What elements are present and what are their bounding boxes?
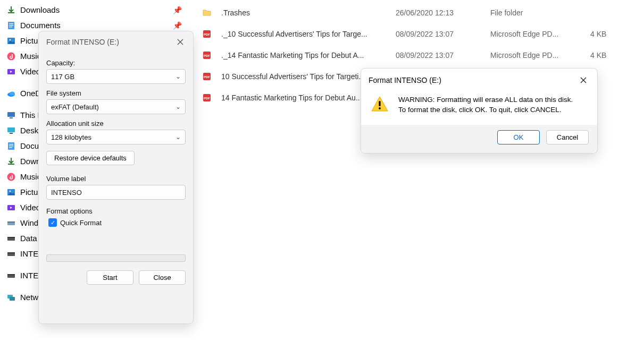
pin-icon: 📌 (173, 21, 182, 30)
svg-rect-20 (8, 164, 14, 165)
svg-rect-0 (8, 12, 14, 13)
svg-rect-18 (9, 146, 13, 146)
svg-point-23 (9, 190, 11, 192)
pdf-icon: PDF (202, 72, 212, 81)
pictures-icon (6, 36, 16, 46)
sidebar-item-downloads[interactable]: Downloads📌 (3, 2, 191, 18)
svg-rect-15 (10, 133, 13, 134)
svg-point-6 (9, 39, 11, 40)
filesystem-value: exFAT (Default) (51, 103, 99, 111)
svg-rect-19 (9, 147, 12, 148)
warning-dialog-title: Format INTENSO (E:) (369, 76, 441, 84)
capacity-label: Capacity: (46, 59, 186, 67)
warning-dialog: Format INTENSO (E:) WARNING: Formatting … (361, 68, 598, 154)
format-dialog-body: Capacity: 117 GB ⌄ File system exFAT (De… (39, 53, 193, 265)
svg-rect-3 (9, 25, 13, 25)
filesystem-select[interactable]: exFAT (Default) ⌄ (46, 99, 186, 114)
warning-icon (371, 95, 389, 113)
format-dialog-footer: Start Close (39, 265, 193, 292)
drive-dark-icon (6, 234, 16, 243)
sidebar-item-label: Downloads (20, 5, 60, 14)
svg-rect-35 (10, 297, 15, 301)
warning-line-1: WARNING: Formatting will erase ALL data … (398, 95, 573, 105)
warning-dialog-body: WARNING: Formatting will erase ALL data … (361, 89, 597, 125)
svg-rect-17 (9, 144, 13, 144)
format-dialog-titlebar: Format INTENSO (E:) (39, 31, 193, 53)
format-options-label: Format options (46, 207, 186, 215)
sidebar-item-label: Pictur (20, 36, 40, 45)
svg-point-46 (379, 107, 381, 109)
pdf-icon: PDF (202, 93, 212, 103)
format-dialog-title: Format INTENSO (E:) (46, 38, 119, 46)
file-type: Microsoft Edge PD... (490, 30, 581, 38)
warning-line-2: To format the disk, click OK. To quit, c… (398, 105, 573, 115)
onedrive-icon (6, 89, 16, 98)
quick-format-label: Quick Format (60, 219, 102, 227)
file-row[interactable]: PDF._14 Fantastic Marketing Tips for Deb… (202, 45, 639, 66)
svg-rect-31 (7, 252, 15, 253)
file-row[interactable]: PDF._10 Successful Advertisers' Tips for… (202, 23, 639, 45)
filesystem-label: File system (46, 89, 186, 97)
file-date: 26/06/2020 12:13 (396, 8, 481, 17)
file-date: 08/09/2022 13:07 (396, 30, 481, 38)
pdf-icon: PDF (202, 50, 212, 60)
close-button[interactable]: Close (139, 270, 186, 285)
allocation-value: 128 kilobytes (51, 133, 91, 141)
start-button[interactable]: Start (87, 270, 133, 285)
volume-label-label: Volume label (46, 175, 186, 183)
capacity-value: 117 GB (51, 73, 74, 81)
drive-icon (6, 218, 16, 228)
file-name: ._10 Successful Advertisers' Tips for Ta… (221, 30, 386, 38)
chevron-down-icon: ⌄ (175, 103, 181, 110)
capacity-select[interactable]: 117 GB ⌄ (46, 69, 186, 84)
volume-label-value: INTENSO (51, 189, 82, 197)
svg-rect-12 (7, 112, 15, 117)
file-size: 4 KB (590, 51, 622, 59)
desktop-icon (6, 126, 16, 135)
file-name: .Trashes (221, 8, 386, 17)
svg-rect-4 (9, 27, 12, 27)
videos-icon (6, 67, 16, 76)
drive-dark-icon (6, 249, 16, 259)
sidebar-item-label: Documents (20, 21, 61, 30)
restore-defaults-button[interactable]: Restore device defaults (46, 151, 135, 165)
close-icon[interactable] (174, 36, 187, 48)
download-icon (6, 157, 16, 166)
svg-rect-33 (7, 274, 15, 275)
svg-rect-27 (7, 221, 15, 223)
svg-point-11 (10, 91, 15, 95)
svg-text:PDF: PDF (204, 54, 210, 57)
download-icon (6, 5, 16, 15)
svg-rect-13 (10, 117, 13, 118)
file-name: ._14 Fantastic Marketing Tips for Debut … (221, 51, 386, 59)
folder-icon (202, 8, 212, 18)
format-progress-bar (46, 254, 186, 262)
file-type: Microsoft Edge PD... (490, 51, 581, 59)
svg-rect-14 (7, 127, 15, 132)
warning-dialog-footer: OK Cancel (361, 125, 597, 153)
file-date: 08/09/2022 13:07 (396, 51, 481, 59)
file-row[interactable]: .Trashes26/06/2020 12:13File folder (202, 2, 639, 23)
svg-rect-2 (9, 23, 13, 24)
music-icon (6, 52, 16, 61)
cancel-button[interactable]: Cancel (546, 130, 589, 144)
pin-icon: 📌 (173, 6, 182, 14)
network-icon (6, 293, 16, 302)
document-icon (6, 21, 16, 30)
drive-dark-icon (6, 271, 16, 280)
music-icon (6, 172, 16, 182)
close-icon[interactable] (577, 74, 590, 87)
svg-text:PDF: PDF (204, 75, 210, 79)
document-icon (6, 141, 16, 151)
allocation-label: Allocation unit size (46, 120, 186, 127)
ok-button[interactable]: OK (497, 130, 540, 144)
warning-text: WARNING: Formatting will erase ALL data … (398, 95, 573, 115)
quick-format-checkbox[interactable]: ✓ Quick Format (46, 218, 186, 227)
allocation-select[interactable]: 128 kilobytes ⌄ (46, 130, 186, 144)
format-dialog: Format INTENSO (E:) Capacity: 117 GB ⌄ F… (38, 31, 194, 324)
pdf-icon: PDF (202, 29, 212, 39)
volume-label-input[interactable]: INTENSO (46, 185, 186, 200)
svg-text:PDF: PDF (204, 97, 210, 100)
svg-rect-45 (379, 101, 380, 106)
svg-rect-29 (7, 237, 15, 238)
